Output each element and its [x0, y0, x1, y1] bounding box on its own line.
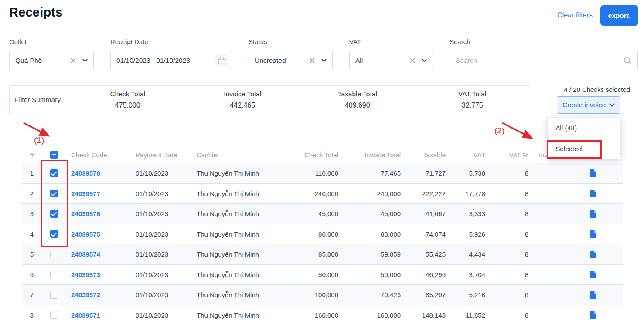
- taxable-cell: 46,296: [411, 271, 456, 278]
- row-checkbox[interactable]: [50, 230, 58, 238]
- row-index: 5: [22, 251, 41, 258]
- taxable-cell: 148,148: [411, 311, 456, 319]
- check-code-link[interactable]: 24039573: [71, 271, 100, 278]
- outlet-select[interactable]: Quà Phố: [9, 51, 94, 70]
- create-invoice-button[interactable]: Create invoice: [557, 96, 620, 114]
- table-row: 2 24039577 01/10/2023 Thu Nguyễn Thị Min…: [22, 184, 623, 204]
- vat-value: All: [355, 57, 406, 64]
- summary-check-total-label: Check Total: [110, 90, 145, 98]
- header-invoice-total: Invoice Total: [349, 151, 411, 159]
- row-index: 7: [22, 291, 41, 298]
- row-index: 8: [22, 311, 41, 319]
- payment-date-cell: 01/10/2023: [132, 291, 193, 298]
- row-index: 4: [22, 230, 41, 238]
- invoice-total-cell: 59,859: [349, 251, 411, 258]
- vat-cell: 11,852: [456, 311, 496, 319]
- check-code-link[interactable]: 24039574: [71, 251, 100, 258]
- vat-pct-cell: 8: [496, 230, 539, 238]
- row-checkbox[interactable]: [50, 311, 58, 319]
- summary-invoice-total: Invoice Total 442,465: [185, 86, 300, 114]
- vat-pct-cell: 8: [496, 169, 539, 177]
- table-row: 7 24039572 01/10/2023 Thu Nguyễn Thị Min…: [22, 285, 623, 305]
- invoice-document-icon[interactable]: [589, 311, 597, 319]
- check-code-link[interactable]: 24039572: [71, 291, 100, 298]
- header-vat: VAT: [456, 151, 496, 159]
- table-row: 5 24039574 01/10/2023 Thu Nguyễn Thị Min…: [22, 244, 623, 265]
- invoice-document-icon[interactable]: [589, 169, 597, 178]
- summary-vat-total: VAT Total 32,775: [415, 86, 530, 114]
- cashier-cell: Thu Nguyễn Thị Minh: [193, 169, 298, 177]
- vat-pct-cell: 8: [496, 210, 539, 217]
- vat-cell: 5,738: [456, 169, 496, 177]
- check-code-link[interactable]: 24039571: [71, 311, 100, 319]
- filter-outlet: Outlet Quà Phố: [9, 38, 94, 70]
- status-label: Status: [249, 38, 333, 46]
- invoice-document-icon[interactable]: [589, 189, 597, 198]
- filters-bar: Outlet Quà Phố Receipt Date 01/10/2023 -…: [9, 38, 638, 70]
- row-index: 1: [22, 169, 41, 177]
- search-input[interactable]: [456, 57, 624, 64]
- invoice-total-cell: 77,465: [349, 169, 411, 177]
- invoice-document-icon[interactable]: [589, 210, 597, 218]
- receipt-date-label: Receipt Date: [110, 38, 232, 46]
- outlet-chevron-down-icon[interactable]: [82, 59, 88, 62]
- clear-filters-link[interactable]: Clear filters: [557, 11, 593, 19]
- vat-select[interactable]: All: [349, 51, 433, 70]
- status-chevron-down-icon[interactable]: [321, 59, 327, 62]
- payment-date-cell: 01/10/2023: [132, 311, 193, 319]
- check-total-cell: 160,000: [298, 311, 349, 319]
- vat-pct-cell: 8: [496, 251, 539, 258]
- outlet-value: Quà Phố: [15, 57, 67, 64]
- vat-pct-cell: 8: [496, 271, 539, 278]
- check-code-link[interactable]: 24039576: [71, 210, 100, 217]
- summary-vat-total-label: VAT Total: [458, 90, 486, 98]
- select-all-checkbox[interactable]: [50, 151, 58, 159]
- menu-item-selected[interactable]: Selected: [548, 139, 620, 159]
- status-select[interactable]: Uncreated: [249, 51, 333, 70]
- payment-date-cell: 01/10/2023: [132, 251, 193, 258]
- vat-chevron-down-icon[interactable]: [422, 59, 427, 62]
- row-checkbox[interactable]: [50, 251, 58, 258]
- row-checkbox[interactable]: [50, 210, 58, 218]
- vat-cell: 3,333: [456, 210, 496, 217]
- check-code-link[interactable]: 24039575: [71, 230, 100, 238]
- row-checkbox[interactable]: [50, 271, 58, 278]
- row-checkbox[interactable]: [50, 291, 58, 299]
- row-checkbox[interactable]: [50, 190, 58, 197]
- payment-date-cell: 01/10/2023: [132, 190, 193, 197]
- filter-status: Status Uncreated: [249, 38, 333, 70]
- create-invoice-chevron-down-icon: [609, 103, 615, 107]
- export-button[interactable]: export.: [600, 5, 638, 26]
- vat-pct-cell: 8: [496, 291, 539, 298]
- menu-item-all[interactable]: All (48): [548, 118, 620, 139]
- annotation-step1-label: (1): [34, 135, 44, 145]
- status-clear-icon[interactable]: [310, 58, 315, 63]
- page-title: Receipts: [9, 5, 63, 20]
- check-code-link[interactable]: 24039578: [71, 169, 100, 177]
- outlet-clear-icon[interactable]: [71, 58, 76, 63]
- row-checkbox[interactable]: [50, 169, 58, 177]
- check-total-cell: 80,000: [298, 230, 349, 238]
- calendar-icon[interactable]: [215, 54, 228, 67]
- taxable-cell: 71,727: [411, 169, 456, 177]
- invoice-document-icon[interactable]: [589, 230, 597, 238]
- check-total-cell: 100,000: [298, 291, 349, 298]
- cashier-cell: Thu Nguyễn Thị Minh: [193, 210, 298, 217]
- checks-selected-status: 4 / 20 Checks selected: [564, 86, 630, 93]
- search-box[interactable]: [450, 51, 638, 70]
- receipt-date-value: 01/10/2023 - 01/10/2023: [116, 57, 215, 64]
- invoice-document-icon[interactable]: [589, 250, 597, 259]
- payment-date-cell: 01/10/2023: [132, 230, 193, 238]
- search-icon: [624, 57, 632, 65]
- invoice-document-icon[interactable]: [589, 291, 597, 299]
- summary-check-total: Check Total 475,000: [70, 86, 185, 114]
- summary-invoice-total-label: Invoice Total: [224, 90, 261, 98]
- check-total-cell: 85,000: [298, 251, 349, 258]
- receipt-date-input[interactable]: 01/10/2023 - 01/10/2023: [110, 51, 232, 70]
- check-code-link[interactable]: 24039577: [71, 190, 100, 197]
- invoice-document-icon[interactable]: [589, 270, 597, 279]
- cashier-cell: Thu Nguyễn Thị Minh: [193, 230, 298, 238]
- invoice-total-cell: 80,000: [349, 230, 411, 238]
- vat-label: VAT: [349, 38, 433, 46]
- vat-clear-icon[interactable]: [410, 58, 415, 63]
